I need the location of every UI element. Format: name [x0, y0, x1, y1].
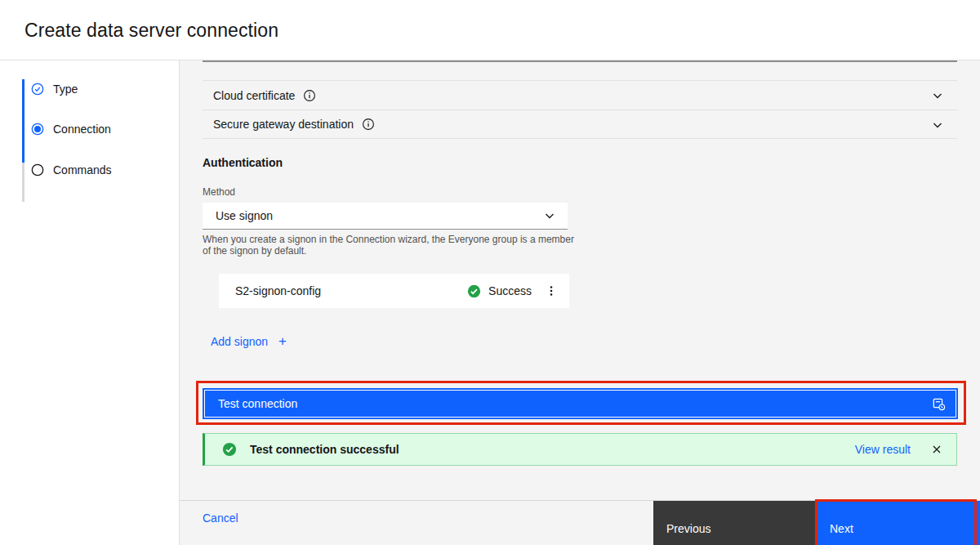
page-title: Create data server connection	[24, 20, 278, 42]
method-select-value: Use signon	[216, 209, 273, 222]
step-connection-label: Connection	[53, 123, 111, 136]
connection-accordion: Cloud certificate Secure gateway destina…	[203, 80, 957, 139]
step-connection[interactable]: Connection	[31, 123, 111, 136]
scrolled-input-bottom-border	[203, 60, 957, 62]
page-header: Create data server connection	[0, 0, 980, 60]
signon-status: Success	[467, 284, 532, 298]
step-type[interactable]: Type	[31, 83, 78, 96]
overflow-menu-icon[interactable]	[538, 278, 564, 304]
progress-track-pending	[22, 163, 24, 202]
method-select[interactable]: Use signon	[203, 203, 568, 230]
add-signon-label: Add signon	[211, 335, 268, 348]
radio-empty-icon	[31, 163, 44, 176]
notification-message: Test connection successful	[250, 443, 399, 456]
success-inline-notification: Test connection successful View result	[203, 433, 957, 466]
close-icon[interactable]	[924, 436, 950, 462]
cancel-button[interactable]: Cancel	[203, 511, 238, 525]
chevron-down-icon	[543, 209, 556, 222]
authentication-heading: Authentication	[203, 156, 283, 169]
accordion-secure-gateway-label: Secure gateway destination	[213, 118, 354, 131]
signon-name: S2-signon-config	[235, 284, 321, 297]
chevron-down-icon	[931, 89, 944, 102]
method-label: Method	[203, 186, 235, 198]
chevron-down-icon	[931, 118, 944, 132]
test-connection-label: Test connection	[218, 397, 297, 410]
checkmark-filled-icon	[467, 284, 481, 298]
signon-status-text: Success	[488, 284, 532, 297]
view-result-link[interactable]: View result	[855, 443, 911, 456]
info-icon[interactable]	[303, 89, 316, 102]
method-helper-text: When you create a signon in the Connecti…	[203, 234, 575, 257]
next-button[interactable]: Next	[817, 501, 980, 545]
wizard-footer: Cancel Previous Next	[180, 500, 980, 545]
connection-test-icon	[932, 397, 946, 411]
create-data-server-connection-page: Create data server connection Type Conne…	[0, 0, 980, 545]
radio-checked-icon	[31, 123, 44, 136]
test-connection-button[interactable]: Test connection	[203, 388, 958, 419]
info-icon[interactable]	[362, 118, 375, 131]
plus-icon: +	[278, 336, 287, 347]
checkmark-outline-icon	[31, 83, 44, 96]
step-commands[interactable]: Commands	[31, 163, 112, 176]
step-type-label: Type	[53, 83, 78, 96]
accordion-cloud-certificate-label: Cloud certificate	[213, 89, 295, 102]
accordion-cloud-certificate[interactable]: Cloud certificate	[203, 80, 957, 109]
accordion-secure-gateway-destination[interactable]: Secure gateway destination	[203, 109, 957, 139]
add-signon-button[interactable]: Add signon +	[211, 335, 287, 348]
wizard-progress-sidebar: Type Connection Commands	[0, 60, 180, 545]
connection-step-content: Cloud certificate Secure gateway destina…	[180, 60, 980, 501]
checkmark-filled-icon	[222, 442, 237, 457]
step-commands-label: Commands	[53, 163, 112, 176]
signon-row[interactable]: S2-signon-config Success	[219, 274, 569, 308]
progress-track-complete	[22, 79, 24, 163]
previous-button[interactable]: Previous	[653, 501, 817, 545]
